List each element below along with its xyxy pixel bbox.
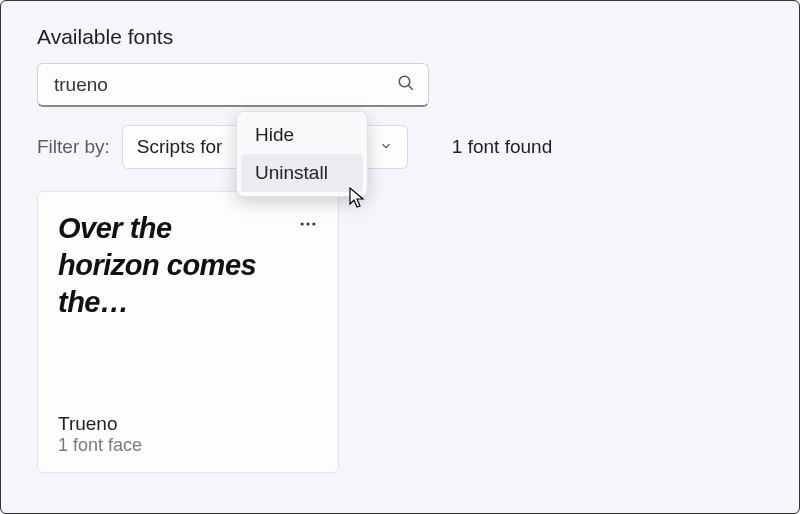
font-sample-text: Over the horizon comes the… — [58, 210, 278, 321]
svg-point-4 — [312, 223, 315, 226]
search-icon[interactable] — [397, 74, 415, 96]
search-input[interactable] — [37, 63, 429, 107]
results-count: 1 font found — [452, 136, 552, 158]
chevron-down-icon — [379, 136, 393, 158]
search-field-wrap — [37, 63, 429, 107]
section-title: Available fonts — [37, 25, 763, 49]
svg-line-1 — [408, 85, 413, 90]
font-card-footer: Trueno 1 font face — [58, 413, 318, 456]
svg-point-3 — [307, 223, 310, 226]
menu-item-hide[interactable]: Hide — [241, 116, 363, 154]
font-name: Trueno — [58, 413, 318, 435]
menu-item-uninstall[interactable]: Uninstall — [241, 154, 363, 192]
svg-point-0 — [399, 76, 410, 87]
svg-point-2 — [301, 223, 304, 226]
filter-selected-value: Scripts for — [137, 136, 223, 158]
context-menu: Hide Uninstall — [236, 111, 368, 197]
filter-row: Filter by: Scripts for 1 font found — [37, 125, 763, 169]
more-icon[interactable] — [298, 210, 318, 238]
font-card[interactable]: Over the horizon comes the… Trueno 1 fon… — [37, 191, 339, 473]
filter-label: Filter by: — [37, 136, 110, 158]
font-face-count: 1 font face — [58, 435, 318, 456]
